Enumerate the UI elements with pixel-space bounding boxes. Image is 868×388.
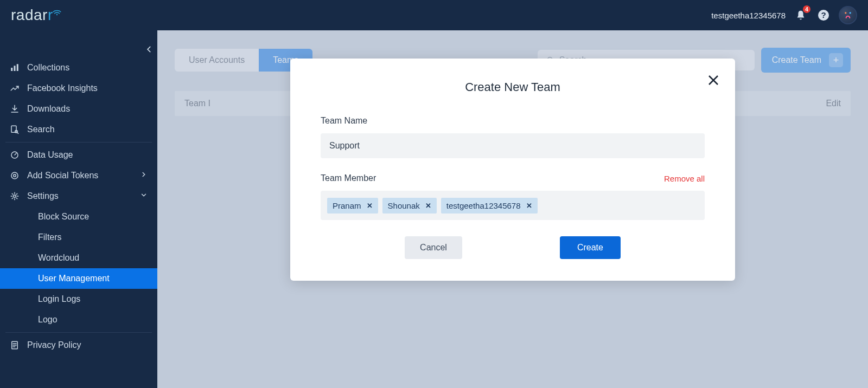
nav-label: Data Usage <box>27 150 73 160</box>
nav-icon <box>10 63 20 73</box>
sidebar-subitem-filters[interactable]: Filters <box>0 227 157 248</box>
notification-badge: 4 <box>803 5 810 13</box>
chip-label: testgeetha12345678 <box>446 201 521 210</box>
svg-rect-7 <box>17 64 18 71</box>
close-modal-button[interactable] <box>707 74 720 89</box>
avatar[interactable] <box>839 6 857 24</box>
sidebar: CollectionsFacebook InsightsDownloadsSea… <box>0 30 157 388</box>
sidebar-item-settings[interactable]: Settings <box>0 186 157 206</box>
chip-remove-button[interactable]: ✕ <box>367 202 373 210</box>
sidebar-subitem-user-management[interactable]: User Management <box>0 268 157 289</box>
member-chip: Shounak✕ <box>382 198 437 214</box>
create-button[interactable]: Create <box>560 236 621 259</box>
chip-remove-button[interactable]: ✕ <box>425 202 431 210</box>
sidebar-item-search[interactable]: Search <box>0 119 157 140</box>
chip-remove-button[interactable]: ✕ <box>526 202 532 210</box>
subnav-label: Logo <box>38 315 58 324</box>
subnav-label: User Management <box>38 274 110 283</box>
nav-icon <box>10 104 20 114</box>
team-name-input[interactable] <box>321 133 705 158</box>
team-member-group: Team Member Remove all Pranam✕Shounak✕te… <box>321 173 705 220</box>
sidebar-subitem-wordcloud[interactable]: Wordcloud <box>0 248 157 268</box>
svg-point-0 <box>56 14 58 15</box>
nav-icon <box>10 191 20 201</box>
sidebar-item-data-usage[interactable]: Data Usage <box>0 145 157 165</box>
nav-icon <box>10 125 20 134</box>
notifications-button[interactable]: 4 <box>793 8 808 23</box>
chevron-down-icon <box>140 191 148 199</box>
sidebar-subitem-block-source[interactable]: Block Source <box>0 206 157 227</box>
nav-label: Settings <box>27 191 59 201</box>
sidebar-item-facebook-insights[interactable]: Facebook Insights <box>0 78 157 99</box>
svg-point-14 <box>11 172 18 179</box>
nav-icon <box>10 171 20 180</box>
svg-rect-6 <box>14 66 16 71</box>
avatar-icon <box>843 10 853 21</box>
chip-label: Pranam <box>333 201 361 210</box>
modal-title: Create New Team <box>321 80 705 94</box>
member-chip: Pranam✕ <box>327 198 378 214</box>
bars-icon <box>10 63 20 73</box>
modal-actions: Cancel Create <box>321 236 705 259</box>
member-chip: testgeetha12345678✕ <box>441 198 538 214</box>
chevron-left-icon <box>145 46 153 53</box>
username-label: testgeetha12345678 <box>711 11 786 20</box>
subnav-label: Filters <box>38 232 62 242</box>
sidebar-subitem-login-logs[interactable]: Login Logs <box>0 289 157 309</box>
team-name-group: Team Name <box>321 116 705 158</box>
sidebar-item-add-social-tokens[interactable]: Add Social Tokens <box>0 165 157 186</box>
gear-icon <box>10 191 20 201</box>
chev <box>140 171 148 180</box>
target-icon <box>10 171 20 180</box>
team-name-label: Team Name <box>321 116 367 126</box>
svg-text:?: ? <box>821 10 826 20</box>
doc-icon <box>10 340 20 350</box>
nav-label: Add Social Tokens <box>27 171 98 180</box>
chip-label: Shounak <box>388 201 420 210</box>
chev <box>140 191 148 201</box>
sidebar-item-collections[interactable]: Collections <box>0 57 157 78</box>
sidebar-subitem-logo[interactable]: Logo <box>0 309 157 330</box>
chevron-right-icon <box>140 171 148 178</box>
svg-point-16 <box>14 195 16 198</box>
topbar: radarr testgeetha12345678 4 ? <box>0 0 868 30</box>
nav-icon <box>10 83 20 93</box>
gauge-icon <box>10 150 20 160</box>
collapse-sidebar-button[interactable] <box>145 46 153 55</box>
nav-label: Search <box>27 125 55 134</box>
nav-label: Downloads <box>27 104 70 114</box>
wifi-icon <box>52 7 62 16</box>
subnav-label: Block Source <box>38 212 89 221</box>
svg-line-11 <box>17 132 18 133</box>
brand-logo[interactable]: radarr <box>11 7 62 24</box>
help-button[interactable]: ? <box>816 8 831 23</box>
svg-point-15 <box>14 174 16 177</box>
nav-icon <box>10 150 20 160</box>
svg-line-13 <box>15 153 16 155</box>
nav-label: Facebook Insights <box>27 83 98 93</box>
topbar-right: testgeetha12345678 4 ? <box>711 6 857 24</box>
sidebar-item-privacy-policy[interactable]: Privacy Policy <box>0 335 157 355</box>
nav-label: Privacy Policy <box>27 340 81 350</box>
brand-text-1: radar <box>11 7 48 24</box>
sidebar-item-downloads[interactable]: Downloads <box>0 99 157 119</box>
team-member-chips[interactable]: Pranam✕Shounak✕testgeetha12345678✕ <box>321 191 705 220</box>
svg-rect-9 <box>11 126 16 132</box>
nav-icon <box>10 340 20 350</box>
svg-rect-5 <box>11 68 12 71</box>
nav-divider <box>5 142 152 143</box>
subnav-label: Login Logs <box>38 294 80 303</box>
team-member-label: Team Member <box>321 173 376 183</box>
search-doc-icon <box>10 125 20 134</box>
close-icon <box>707 74 720 87</box>
create-team-modal: Create New Team Team Name Team Member Re… <box>290 59 735 281</box>
nav-label: Collections <box>27 63 69 73</box>
subnav-label: Wordcloud <box>38 253 79 262</box>
remove-all-link[interactable]: Remove all <box>664 174 705 183</box>
svg-point-4 <box>850 12 851 14</box>
modal-overlay: Create New Team Team Name Team Member Re… <box>157 30 868 388</box>
nav-divider <box>5 332 152 333</box>
trend-icon <box>10 83 20 93</box>
cancel-button[interactable]: Cancel <box>405 236 462 259</box>
help-icon: ? <box>817 9 830 22</box>
